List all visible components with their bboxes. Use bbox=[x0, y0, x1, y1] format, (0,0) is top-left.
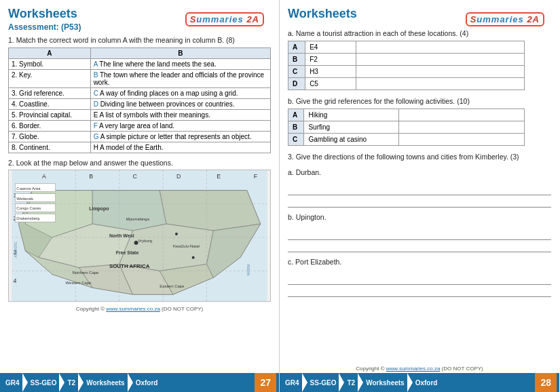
footer-arrow-2-right bbox=[339, 373, 344, 392]
footer-arrow-1-right bbox=[302, 373, 307, 392]
answer-line-c1 bbox=[288, 275, 551, 285]
table-row: 4. Coastline. D Dividing line between pr… bbox=[9, 99, 271, 110]
svg-point-49 bbox=[192, 256, 195, 259]
svg-text:SOUTH AFRICA: SOUTH AFRICA bbox=[109, 263, 150, 269]
right-page: Worksheets Summaries 2A a. Name a touris… bbox=[280, 0, 559, 392]
svg-text:Western Cape: Western Cape bbox=[66, 281, 92, 285]
table-row: C H3 bbox=[288, 66, 525, 78]
footer-arrow-4-right bbox=[407, 373, 413, 392]
svg-text:Eastern Cape: Eastern Cape bbox=[160, 284, 185, 288]
footer-page-num-right: 28 bbox=[535, 373, 557, 392]
copyright-left: Copyright © www.summaries.co.za (DO NOT … bbox=[8, 306, 271, 312]
footer-oxford-left: Oxford bbox=[133, 373, 161, 392]
footer-arrow-3-right bbox=[358, 373, 363, 392]
svg-text:Drakensberg: Drakensberg bbox=[16, 216, 39, 220]
table-row: 7. Globe. G A simple picture or letter t… bbox=[9, 132, 271, 142]
directions-section: a. Durban. b. Upington. c. Port Elizabet… bbox=[288, 168, 551, 302]
footer-oxford-right: Oxford bbox=[413, 373, 441, 392]
table-row: 2. Key. B The town where the leader and … bbox=[9, 70, 271, 88]
copyright-right: Copyright © www.summaries.co.za (DO NOT … bbox=[288, 366, 551, 372]
direction-a: a. Durban. bbox=[288, 168, 551, 208]
grid-ref-table: A Hiking B Surfing C Gambling at casino bbox=[288, 109, 525, 146]
answer-line-c2 bbox=[288, 288, 551, 297]
footer-worksheets-right: Worksheets bbox=[363, 373, 407, 392]
answer-line-a2 bbox=[288, 198, 551, 208]
svg-text:Casinos Area: Casinos Area bbox=[16, 187, 41, 191]
footer-arrow-2-left bbox=[59, 373, 64, 392]
svg-text:Vryburg: Vryburg bbox=[138, 239, 153, 243]
copyright-link-right[interactable]: www.summaries.co.za bbox=[386, 366, 441, 372]
footer-gr4-right: GR4 bbox=[282, 373, 302, 392]
footer-t2-right: T2 bbox=[344, 373, 358, 392]
table-row: B F2 bbox=[288, 54, 525, 66]
footer-arrow-3-left bbox=[78, 373, 83, 392]
svg-text:INDIAN: INDIAN bbox=[246, 264, 250, 276]
svg-text:F: F bbox=[254, 173, 258, 180]
svg-marker-4 bbox=[160, 191, 260, 231]
footer-right: GR4 SS-GEO T2 Worksheets Oxford 28 bbox=[280, 373, 559, 392]
footer-ssgeo-right: SS-GEO bbox=[307, 373, 339, 392]
svg-text:Free State: Free State bbox=[116, 250, 139, 255]
logo-right: Summaries 2A bbox=[466, 12, 544, 26]
qa-text: a. Name a tourist attraction in each of … bbox=[288, 29, 551, 37]
footer-worksheets-left: Worksheets bbox=[83, 373, 128, 392]
answer-line-b1 bbox=[288, 231, 551, 240]
footer-gr4-left: GR4 bbox=[3, 373, 22, 392]
table-row: 5. Provincial capital. E A list of symbo… bbox=[9, 110, 271, 121]
footer-left: GR4 SS-GEO T2 Worksheets Oxford 27 bbox=[0, 373, 279, 392]
left-page-title: Worksheets bbox=[8, 7, 81, 21]
col-b-header: B bbox=[90, 48, 270, 59]
q3-text: 3. Give the directions of the following … bbox=[288, 153, 551, 161]
svg-text:Mpumalanga: Mpumalanga bbox=[126, 217, 150, 221]
match-table: A B 1. Symbol. A The line where the land… bbox=[8, 47, 271, 153]
footer-page-num-left: 27 bbox=[255, 373, 276, 392]
left-page: Worksheets Assessment: (P53) Summaries 2… bbox=[0, 0, 280, 392]
table-row: A E4 bbox=[288, 41, 525, 54]
answer-line-b2 bbox=[288, 243, 551, 252]
direction-b-label: b. Upington. bbox=[288, 213, 551, 221]
svg-text:D: D bbox=[176, 173, 181, 180]
svg-point-48 bbox=[175, 233, 178, 235]
copyright-link-left[interactable]: www.summaries.co.za bbox=[106, 306, 160, 312]
svg-text:Limpopo: Limpopo bbox=[89, 206, 109, 212]
direction-b: b. Upington. bbox=[288, 213, 551, 252]
table-row: C Gambling at casino bbox=[288, 134, 525, 146]
svg-text:4: 4 bbox=[13, 277, 16, 284]
svg-text:A: A bbox=[42, 173, 46, 180]
svg-text:KwaZulu-Natal: KwaZulu-Natal bbox=[173, 244, 200, 248]
svg-text:North West: North West bbox=[109, 233, 134, 238]
q1-text: 1. Match the correct word in column A wi… bbox=[8, 36, 271, 44]
map-image: A B C D E F 1 2 3 4 Casinos Area Wetland… bbox=[8, 170, 271, 302]
q2-text: 2. Look at the map below and answer the … bbox=[8, 159, 271, 167]
svg-text:C: C bbox=[133, 173, 138, 180]
table-row: B Surfing bbox=[288, 121, 525, 134]
tourist-table: A E4 B F2 C H3 D C5 bbox=[288, 41, 525, 90]
footer-ssgeo-left: SS-GEO bbox=[28, 373, 60, 392]
direction-c-label: c. Port Elizabeth. bbox=[288, 258, 551, 266]
assessment-title: Assessment: (P53) bbox=[8, 22, 81, 32]
answer-line-a1 bbox=[288, 186, 551, 195]
qb-text: b. Give the grid references for the foll… bbox=[288, 97, 551, 105]
svg-text:B: B bbox=[89, 173, 93, 180]
table-row: 1. Symbol. A The line where the land mee… bbox=[9, 59, 271, 70]
svg-text:Wetlands: Wetlands bbox=[16, 197, 33, 201]
footer-arrow-4-left bbox=[128, 373, 133, 392]
table-row: 3. Grid reference. C A way of finding pl… bbox=[9, 88, 271, 99]
table-row: A Hiking bbox=[288, 109, 525, 121]
table-row: D C5 bbox=[288, 78, 525, 90]
right-page-title: Worksheets bbox=[288, 7, 357, 21]
direction-c: c. Port Elizabeth. bbox=[288, 258, 551, 297]
table-row: 6. Border. F A very large area of land. bbox=[9, 121, 271, 132]
footer-arrow-1-left bbox=[22, 373, 28, 392]
svg-text:Northern Cape: Northern Cape bbox=[73, 271, 100, 275]
logo-left: Summaries 2A bbox=[185, 12, 264, 26]
table-row: 8. Continent. H A model of the Earth. bbox=[9, 142, 271, 153]
svg-text:E: E bbox=[217, 173, 221, 180]
svg-text:Congo Caves: Congo Caves bbox=[16, 206, 41, 210]
footer-t2-left: T2 bbox=[64, 373, 78, 392]
svg-text:ATLANTIC: ATLANTIC bbox=[14, 241, 18, 258]
col-a-header: A bbox=[9, 48, 91, 59]
direction-a-label: a. Durban. bbox=[288, 168, 551, 176]
